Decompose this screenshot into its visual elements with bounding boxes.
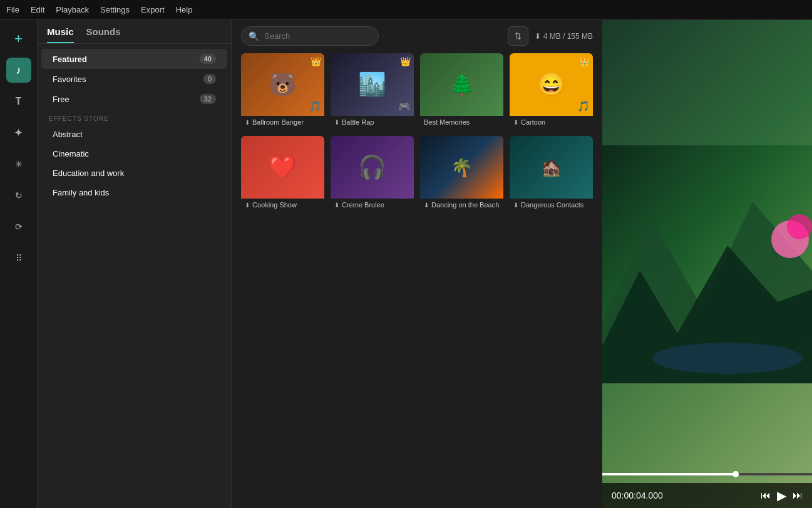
- card-dangerous[interactable]: 🏚️ ⬇ Dangerous Contacts: [510, 136, 593, 212]
- crown-icon-battlerap: 👑: [400, 56, 411, 66]
- cat-favorites-label: Favorites: [53, 75, 86, 84]
- search-bar: 🔍 ⇅ ⬇ 4 MB / 155 MB: [241, 26, 593, 46]
- text-icon-btn[interactable]: T: [6, 89, 31, 114]
- tab-music[interactable]: Music: [47, 26, 74, 43]
- card-label-memories: Best Memories: [420, 116, 503, 130]
- music-badge-cartoon: 🎵: [577, 100, 590, 112]
- filter-button[interactable]: ⇅: [508, 26, 528, 46]
- prev-button[interactable]: ⏮: [761, 490, 771, 501]
- category-list: Featured 40 Favorites 0 Free 32 EFFECTS …: [38, 44, 231, 207]
- music-icon-btn[interactable]: ♪: [6, 58, 31, 83]
- next-button[interactable]: ⏭: [793, 490, 803, 501]
- content-area: 🔍 ⇅ ⬇ 4 MB / 155 MB 🐻 👑 �: [232, 20, 602, 508]
- effects-icon-btn[interactable]: ✦: [6, 120, 31, 145]
- panel-tabs: Music Sounds: [38, 20, 231, 44]
- cat-favorites-badge: 0: [203, 74, 216, 84]
- cat-featured-badge: 40: [200, 54, 216, 64]
- menu-file[interactable]: File: [6, 5, 19, 14]
- card-label-cooking: ⬇ Cooking Show: [241, 199, 324, 212]
- menu-edit[interactable]: Edit: [31, 5, 44, 14]
- history-icon-btn[interactable]: ↻: [6, 183, 31, 208]
- card-label-cartoon: ⬇ Cartoon: [510, 116, 593, 130]
- effects-store-label: EFFECTS STORE: [38, 109, 231, 125]
- menu-bar: File Edit Playback Settings Export Help: [0, 0, 812, 20]
- card-memories[interactable]: 🌲 Best Memories: [420, 53, 503, 130]
- main-layout: + ♪ T ✦ ✳ ↻ ⟳ ⠿ Music Sounds Featured 40…: [0, 20, 812, 508]
- music-grid: 🐻 👑 🎵 ⬇ Ballroom Banger 🏙️: [241, 53, 593, 212]
- cat-favorites[interactable]: Favorites 0: [41, 69, 227, 89]
- transform-icon-btn[interactable]: ⟳: [6, 214, 31, 239]
- cat-family[interactable]: Family and kids: [41, 183, 227, 202]
- preview-image: [602, 20, 812, 508]
- tab-sounds[interactable]: Sounds: [86, 26, 121, 43]
- card-label-creme: ⬇ Creme Brulee: [331, 199, 414, 212]
- music-area: 🔍 ⇅ ⬇ 4 MB / 155 MB 🐻 👑 �: [232, 20, 602, 508]
- menu-export[interactable]: Export: [141, 5, 165, 14]
- menu-help[interactable]: Help: [176, 5, 193, 14]
- music-badge-ballroom: 🎵: [309, 100, 321, 112]
- left-panel: Music Sounds Featured 40 Favorites 0 Fre…: [38, 20, 232, 508]
- cat-education[interactable]: Education and work: [41, 163, 227, 183]
- time-display: 00:00:04.000: [612, 490, 663, 500]
- download-info: ⬇ 4 MB / 155 MB: [535, 32, 593, 41]
- preview-controls: 00:00:04.000 ⏮ ▶ ⏭: [602, 483, 812, 508]
- card-creme[interactable]: 🎧 ⬇ Creme Brulee: [331, 136, 414, 212]
- crown-icon-ballroom: 👑: [311, 56, 321, 66]
- add-button[interactable]: +: [6, 26, 31, 51]
- cat-featured[interactable]: Featured 40: [41, 49, 227, 69]
- progress-dot[interactable]: [732, 471, 739, 477]
- color-icon-btn[interactable]: ✳: [6, 152, 31, 177]
- card-thumb-memories: 🌲: [420, 53, 503, 116]
- search-wrapper: 🔍: [241, 26, 501, 46]
- card-label-dancing: ⬇ Dancing on the Beach: [420, 199, 503, 212]
- progress-bar[interactable]: [602, 473, 812, 475]
- menu-settings[interactable]: Settings: [100, 5, 130, 14]
- menu-playback[interactable]: Playback: [56, 5, 89, 14]
- cat-free[interactable]: Free 32: [41, 89, 227, 109]
- card-label-ballroom: ⬇ Ballroom Banger: [241, 116, 324, 130]
- card-dancing[interactable]: 🌴 ⬇ Dancing on the Beach: [420, 136, 503, 212]
- cat-featured-label: Featured: [53, 54, 87, 64]
- card-thumb-creme: 🎧: [331, 136, 414, 199]
- preview-buttons: ⏮ ▶ ⏭: [761, 488, 803, 503]
- cat-free-label: Free: [53, 95, 69, 104]
- svg-point-4: [652, 343, 803, 374]
- card-label-dangerous: ⬇ Dangerous Contacts: [510, 199, 593, 212]
- crown-icon-cartoon: 👑: [579, 56, 590, 66]
- card-battlerap[interactable]: 🏙️ 👑 🎮 ⬇ Battle Rap: [331, 53, 414, 130]
- cat-cinematic[interactable]: Cinematic: [41, 144, 227, 163]
- cat-free-badge: 32: [200, 94, 216, 104]
- card-thumb-dancing: 🌴: [420, 136, 503, 199]
- card-label-battlerap: ⬇ Battle Rap: [331, 116, 414, 130]
- music-badge-battlerap: 🎮: [398, 100, 411, 112]
- play-button[interactable]: ▶: [777, 488, 786, 503]
- card-thumb-cooking: ❤️: [241, 136, 324, 199]
- card-cartoon[interactable]: 😄 👑 🎵 ⬇ Cartoon: [510, 53, 593, 130]
- search-icon: 🔍: [249, 31, 259, 41]
- cat-abstract[interactable]: Abstract: [41, 125, 227, 144]
- svg-point-6: [787, 214, 812, 239]
- grid-icon-btn[interactable]: ⠿: [6, 246, 31, 271]
- card-thumb-dangerous: 🏚️: [510, 136, 593, 199]
- progress-fill: [602, 473, 739, 475]
- card-cooking[interactable]: ❤️ ⬇ Cooking Show: [241, 136, 324, 212]
- card-ballroom[interactable]: 🐻 👑 🎵 ⬇ Ballroom Banger: [241, 53, 324, 130]
- search-input[interactable]: [241, 26, 379, 46]
- icon-bar: + ♪ T ✦ ✳ ↻ ⟳ ⠿: [0, 20, 38, 508]
- preview-area: 00:00:04.000 ⏮ ▶ ⏭: [602, 20, 812, 508]
